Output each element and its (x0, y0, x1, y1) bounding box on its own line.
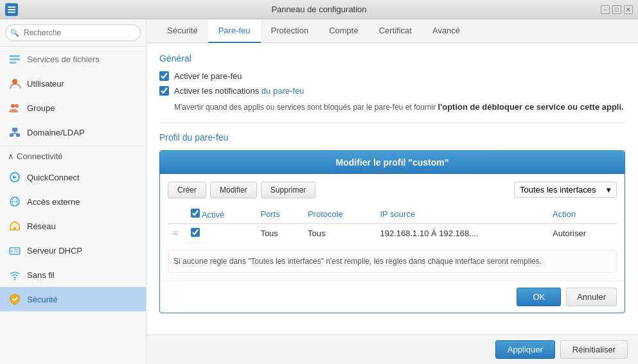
sidebar-item-domaine[interactable]: Domaine/LDAP (0, 120, 146, 144)
svg-rect-1 (8, 9, 15, 10)
modal-body: Créer Modifier Supprimer Toutes les inte… (160, 174, 625, 281)
checkbox-activer-pare-feu[interactable] (159, 71, 169, 81)
tab-compte[interactable]: Compte (319, 19, 369, 43)
section-divider (159, 123, 625, 123)
tab-certificat[interactable]: Certificat (369, 19, 422, 43)
sidebar-item-securite-label: Sécurité (27, 295, 58, 304)
rule-table: Activé Ports Protocole IP source Action … (168, 205, 617, 243)
col-active-label: Activé (202, 210, 224, 220)
external-access-icon (8, 195, 22, 209)
col-active-checkbox[interactable] (191, 209, 200, 218)
row-action-cell: Autoriser (547, 223, 617, 243)
sidebar-section-connectivite: ∧ Connectivité (0, 148, 146, 165)
modal-box: Modifier le profil "custom" Créer Modifi… (159, 150, 625, 313)
svg-rect-4 (10, 58, 20, 60)
svg-rect-5 (10, 62, 16, 64)
general-section-title: Général (159, 53, 625, 64)
content-area: Sécurité Pare-feu Protection Compte Cert… (146, 19, 638, 364)
sidebar-search-container: 🔍 (0, 19, 146, 47)
svg-rect-3 (10, 55, 20, 57)
modal-info-text: Si aucune règle dans "Toutes les interfa… (168, 250, 617, 273)
row-protocole-cell: Tous (303, 223, 375, 243)
titlebar: Panneau de configuration – □ ✕ (0, 0, 638, 19)
domain-icon (8, 125, 22, 139)
chevron-down-icon: ∧ (8, 152, 14, 161)
services-icon (8, 52, 22, 66)
checkbox-row-pare-feu: Activer le pare-feu (159, 71, 625, 81)
chevron-down-icon: ▾ (607, 185, 611, 195)
restore-button[interactable]: □ (612, 5, 621, 14)
svg-rect-2 (8, 12, 15, 13)
col-active-header: Activé (186, 205, 255, 224)
checkbox-notifications-label: Activer les notifications du pare-feu (174, 86, 304, 96)
app-icon (5, 3, 18, 16)
modify-button[interactable]: Modifier (210, 182, 257, 198)
col-action-header: Action (547, 205, 617, 224)
row-handle: ≡ (168, 223, 186, 243)
checkbox-pare-feu-label: Activer le pare-feu (174, 71, 242, 81)
modal-header: Modifier le profil "custom" (160, 151, 625, 174)
interface-select-value: Toutes les interfaces (520, 185, 596, 195)
sidebar-item-sans-fil[interactable]: Sans fil (0, 263, 146, 287)
sidebar-item-services-label: Services de fichiers (27, 55, 100, 64)
window-controls: – □ ✕ (601, 5, 633, 14)
search-input[interactable] (5, 24, 141, 41)
sidebar-item-utilisateur-label: Utilisateur (27, 79, 64, 89)
sidebar-item-utilisateur[interactable]: Utilisateur (0, 71, 146, 96)
delete-button[interactable]: Supprimer (261, 182, 315, 198)
row-ports-cell: Tous (255, 223, 303, 243)
sidebar-item-reseau[interactable]: Réseau (0, 214, 146, 238)
sidebar-item-services[interactable]: Services de fichiers (0, 47, 146, 71)
col-handle (168, 205, 186, 224)
checkbox-activer-notifications[interactable] (159, 86, 169, 96)
svg-point-8 (15, 104, 19, 108)
svg-point-20 (11, 250, 13, 252)
sidebar-item-serveur-dhcp-label: Serveur DHCP (27, 246, 82, 256)
close-button[interactable]: ✕ (624, 5, 633, 14)
sidebar-item-groupe[interactable]: Groupe (0, 96, 146, 120)
network-icon (8, 219, 22, 233)
security-icon (8, 292, 22, 306)
ok-button[interactable]: OK (517, 288, 561, 306)
cancel-button[interactable]: Annuler (566, 288, 617, 306)
table-header-row: Activé Ports Protocole IP source Action (168, 205, 617, 224)
window-title: Panneau de configuration (271, 4, 366, 14)
tab-protection[interactable]: Protection (261, 19, 319, 43)
svg-rect-0 (8, 6, 15, 8)
col-protocole-header: Protocole (303, 205, 375, 224)
table-row: ≡ Tous Tous 192.168.1.10 À 192.168.... A… (168, 223, 617, 243)
sidebar-section-label: Connectivité (17, 152, 63, 161)
sidebar-item-serveur-dhcp[interactable]: Serveur DHCP (0, 238, 146, 263)
general-info-text: M'avertir quand des applis ou services s… (174, 101, 625, 114)
row-ip-source-cell: 192.168.1.10 À 192.168.... (375, 223, 547, 243)
svg-point-23 (14, 279, 15, 280)
sidebar-item-quickconnect[interactable]: QuickConnect (0, 165, 146, 189)
tab-pare-feu[interactable]: Pare-feu (208, 19, 261, 43)
tab-bar: Sécurité Pare-feu Protection Compte Cert… (146, 19, 638, 43)
dhcp-icon (8, 243, 22, 257)
apply-button[interactable]: Appliquer (495, 340, 555, 359)
sidebar-item-acces-externe-label: Accès externe (27, 197, 80, 207)
sidebar-item-domaine-label: Domaine/LDAP (27, 128, 85, 137)
svg-point-6 (12, 79, 17, 84)
reset-button[interactable]: Réinitialiser (560, 340, 628, 359)
interface-select[interactable]: Toutes les interfaces ▾ (514, 182, 617, 198)
sidebar-item-quickconnect-label: QuickConnect (27, 173, 80, 182)
minimize-button[interactable]: – (601, 5, 610, 14)
wifi-icon (8, 268, 22, 282)
group-icon (8, 101, 22, 115)
drag-handle-icon: ≡ (173, 228, 178, 238)
row-active-checkbox[interactable] (191, 228, 200, 237)
sidebar-item-sans-fil-label: Sans fil (27, 270, 55, 280)
sidebar-item-acces-externe[interactable]: Accès externe (0, 189, 146, 214)
svg-rect-9 (12, 128, 17, 132)
col-ip-source-header: IP source (375, 205, 547, 224)
tab-avance[interactable]: Avancé (422, 19, 470, 43)
tab-securite[interactable]: Sécurité (157, 19, 208, 43)
sidebar-item-reseau-label: Réseau (27, 221, 56, 231)
create-button[interactable]: Créer (168, 182, 206, 198)
bottom-bar: Appliquer Réinitialiser (146, 334, 638, 364)
sidebar-item-securite[interactable]: Sécurité (0, 287, 146, 311)
user-icon (8, 76, 22, 91)
col-ports-header: Ports (255, 205, 303, 224)
